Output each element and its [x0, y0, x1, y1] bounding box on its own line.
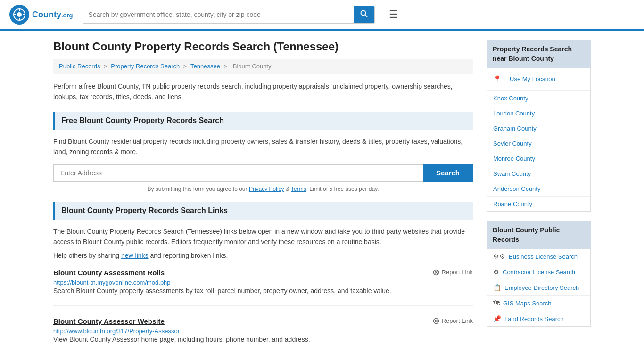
- breadcrumb-property-records-search[interactable]: Property Records Search: [111, 63, 180, 70]
- sidebar-business-license[interactable]: ⚙⚙ Business License Search: [487, 249, 590, 264]
- sidebar-land-records[interactable]: 📌 Land Records Search: [487, 311, 590, 326]
- link-desc-1: View Blount County Assessor home page, i…: [53, 335, 473, 345]
- links-description: The Blount County Property Records Searc…: [53, 226, 473, 247]
- svg-line-7: [365, 15, 367, 17]
- main-container: Blount County Property Records Search (T…: [39, 31, 605, 362]
- svg-point-6: [361, 11, 365, 16]
- sidebar-item-knox[interactable]: Knox County: [487, 91, 590, 106]
- sidebar-item-swain[interactable]: Swain County: [487, 166, 590, 181]
- terms-link[interactable]: Terms: [291, 186, 306, 192]
- monroe-county-link[interactable]: Monroe County: [487, 151, 590, 166]
- links-section-header: Blount County Property Records Search Li…: [53, 202, 473, 220]
- directory-icon: 📋: [493, 284, 501, 291]
- privacy-policy-link[interactable]: Privacy Policy: [249, 186, 284, 192]
- sidebar-nearby-list: 📍 Use My Location Knox County Loudon Cou…: [487, 68, 591, 212]
- use-my-location-link[interactable]: Use My Location: [504, 72, 561, 86]
- sidebar-item-anderson[interactable]: Anderson County: [487, 181, 590, 197]
- sidebar-use-my-location[interactable]: 📍 Use My Location: [487, 68, 590, 91]
- menu-icon[interactable]: ☰: [389, 8, 398, 21]
- sidebar-item-sevier[interactable]: Sevier County: [487, 136, 590, 151]
- sidebar-item-roane[interactable]: Roane County: [487, 197, 590, 211]
- breadcrumb-public-records[interactable]: Public Records: [59, 63, 100, 70]
- global-search-bar: [83, 6, 375, 24]
- main-content: Blount County Property Records Search (T…: [53, 40, 473, 362]
- new-links-link[interactable]: new links: [121, 252, 149, 259]
- gear-icon-0: ⚙⚙: [493, 253, 505, 260]
- logo-icon: [9, 5, 29, 25]
- sidebar-gis-maps[interactable]: 🗺 GIS Maps Search: [487, 296, 590, 311]
- report-link-1[interactable]: Report Link: [433, 317, 473, 324]
- link-url-1[interactable]: http://www.blounttn.org/317/Property-Ass…: [53, 328, 180, 335]
- sidebar-contractor-license[interactable]: ⚙ Contractor License Search: [487, 264, 590, 280]
- pin-icon: 📌: [493, 315, 501, 322]
- logo-text: County.org: [32, 10, 73, 20]
- svg-point-1: [17, 12, 22, 17]
- page-description: Perform a free Blount County, TN public …: [53, 81, 473, 102]
- logo-link[interactable]: County.org: [9, 5, 73, 25]
- sidebar-item-loudon[interactable]: Loudon County: [487, 106, 590, 121]
- knox-county-link[interactable]: Knox County: [487, 91, 590, 106]
- sidebar-nearby-section: Property Records Search near Blount Coun…: [487, 40, 591, 212]
- page-title: Blount County Property Records Search (T…: [53, 40, 473, 53]
- sidebar: Property Records Search near Blount Coun…: [487, 40, 591, 362]
- breadcrumb-current: Blount County: [233, 63, 272, 70]
- address-input[interactable]: [53, 164, 423, 182]
- link-desc-0: Search Blount County property assessment…: [53, 286, 473, 296]
- link-item-1: Blount County Assessor Website Report Li…: [53, 317, 473, 354]
- form-note: By submitting this form you agree to our…: [53, 186, 473, 192]
- global-search-input[interactable]: [83, 6, 354, 23]
- loudon-county-link[interactable]: Loudon County: [487, 106, 590, 121]
- gear-icon-1: ⚙: [493, 268, 499, 276]
- swain-county-link[interactable]: Swain County: [487, 166, 590, 181]
- breadcrumb-tennessee[interactable]: Tennessee: [190, 63, 220, 70]
- link-item-0: Blount County Assessment Rolls Report Li…: [53, 269, 473, 306]
- address-search-row: Search: [53, 164, 473, 182]
- header: County.org ☰: [0, 0, 644, 31]
- graham-county-link[interactable]: Graham County: [487, 121, 590, 136]
- location-pin-icon: 📍: [493, 75, 501, 83]
- sidebar-public-records-title: Blount County Public Records: [487, 221, 591, 249]
- help-text: Help others by sharing new links and rep…: [53, 252, 473, 259]
- link-url-0[interactable]: https://blount-tn.mygovonline.com/mod.ph…: [53, 279, 171, 286]
- free-search-header: Free Blount County Property Records Sear…: [53, 112, 473, 130]
- breadcrumb: Public Records > Property Records Search…: [53, 59, 473, 74]
- sidebar-item-graham[interactable]: Graham County: [487, 121, 590, 136]
- global-search-button[interactable]: [354, 6, 374, 23]
- sidebar-public-records-section: Blount County Public Records ⚙⚙ Business…: [487, 221, 591, 327]
- anderson-county-link[interactable]: Anderson County: [487, 181, 590, 196]
- sidebar-item-monroe[interactable]: Monroe County: [487, 151, 590, 166]
- link-title-0[interactable]: Blount County Assessment Rolls: [53, 269, 165, 277]
- sidebar-employee-directory[interactable]: 📋 Employee Directory Search: [487, 280, 590, 296]
- sidebar-public-records-list: ⚙⚙ Business License Search ⚙ Contractor …: [487, 249, 591, 327]
- free-search-description: Find Blount County residential property …: [53, 136, 473, 157]
- sevier-county-link[interactable]: Sevier County: [487, 136, 590, 151]
- address-search-button[interactable]: Search: [423, 164, 473, 182]
- link-title-1[interactable]: Blount County Assessor Website: [53, 317, 165, 325]
- map-icon: 🗺: [493, 299, 500, 307]
- report-link-0[interactable]: Report Link: [433, 269, 473, 276]
- roane-county-link[interactable]: Roane County: [487, 197, 590, 211]
- sidebar-nearby-title: Property Records Search near Blount Coun…: [487, 40, 591, 68]
